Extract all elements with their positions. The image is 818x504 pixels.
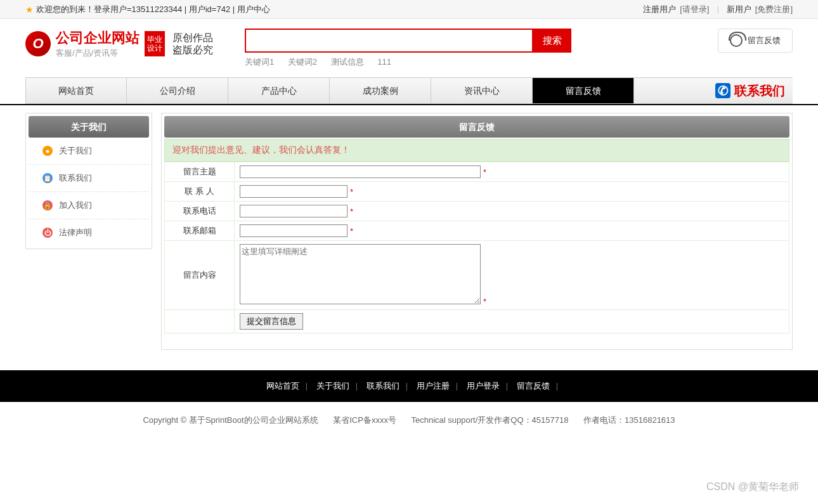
- power-icon: ⏻: [42, 228, 53, 238]
- register-label: 注册用户: [643, 0, 676, 19]
- footer-link[interactable]: 联系我们: [367, 381, 399, 391]
- subject-input[interactable]: [240, 165, 481, 178]
- sidebar-item-join[interactable]: 🔒 加入我们: [29, 192, 149, 219]
- search-input[interactable]: [245, 29, 533, 53]
- required-mark: *: [483, 167, 486, 177]
- search-box: 搜索: [245, 29, 571, 53]
- topbar: ★ 欢迎您的到来！登录用户=13511223344 | 用户id=742 | 用…: [0, 0, 818, 19]
- keyword-link[interactable]: 测试信息: [331, 57, 364, 67]
- phone-icon: ✆: [715, 83, 730, 98]
- logo-area[interactable]: O 公司企业网站 客服/产品/资讯等 毕业 设计 原创作品 盗版必究: [25, 29, 213, 59]
- badge-box: 毕业 设计: [145, 31, 165, 56]
- submit-button[interactable]: 提交留言信息: [240, 313, 303, 330]
- nav-contact[interactable]: ✆ 联系我们: [708, 78, 793, 103]
- required-mark: *: [350, 187, 353, 197]
- script-line2: 盗版必究: [172, 44, 213, 56]
- star-icon: ★: [25, 0, 34, 19]
- nav-about[interactable]: 公司介绍: [127, 78, 228, 103]
- topbar-left: ★ 欢迎您的到来！登录用户=13511223344 | 用户id=742 | 用…: [25, 0, 270, 18]
- copyright-row: Copyright © 基于SprintBoot的公司企业网站系统 某省ICP备…: [0, 402, 818, 439]
- content-panel: 留言反馈 迎对我们提出意见、建议，我们会认真答复！ 留言主题 * 联 系 人 *…: [161, 113, 793, 350]
- free-register-link[interactable]: [免费注册]: [755, 0, 793, 19]
- nav-news[interactable]: 资讯中心: [431, 78, 533, 103]
- main-nav: 网站首页 公司介绍 产品中心 成功案例 资讯中心 留言反馈 ✆ 联系我们: [25, 77, 793, 104]
- body-textarea[interactable]: [240, 244, 481, 304]
- clipboard-icon: 📋: [42, 173, 53, 183]
- sidebar-item-label: 加入我们: [59, 200, 92, 211]
- sidebar-item-label: 关于我们: [59, 145, 92, 157]
- feedback-form: 留言主题 * 联 系 人 * 联系电话 * 联系邮箱 * 留言内容 * 提交留言…: [164, 162, 789, 333]
- label-email: 联系邮箱: [165, 221, 235, 241]
- label-phone: 联系电话: [165, 202, 235, 221]
- keyword-link[interactable]: 111: [377, 57, 391, 67]
- keyword-link[interactable]: 关键词1: [245, 57, 274, 67]
- script-text: 原创作品 盗版必究: [172, 32, 213, 56]
- logo-title: 公司企业网站: [56, 29, 140, 48]
- sidebar-header: 关于我们: [29, 116, 149, 138]
- logo-subtitle: 客服/产品/资讯等: [56, 48, 140, 59]
- main-wrap: 关于我们 ● 关于我们 📋 联系我们 🔒 加入我们 ⏻ 法律声明 留言反馈 迎对…: [0, 104, 818, 358]
- copyright-text: Copyright © 基于SprintBoot的公司企业网站系统: [143, 415, 318, 425]
- sidebar-item-label: 联系我们: [59, 172, 92, 184]
- welcome-text[interactable]: 欢迎您的到来！登录用户=13511223344 | 用户id=742 | 用户中…: [36, 0, 270, 19]
- label-empty: [165, 310, 235, 333]
- label-subject: 留言主题: [165, 162, 235, 182]
- script-line1: 原创作品: [172, 32, 213, 44]
- badge-line1: 毕业: [147, 35, 162, 44]
- label-body: 留言内容: [165, 241, 235, 310]
- footer-link[interactable]: 关于我们: [316, 381, 349, 391]
- nav-home[interactable]: 网站首页: [25, 78, 127, 103]
- footer-link[interactable]: 用户注册: [417, 381, 450, 391]
- login-link[interactable]: [请登录]: [680, 0, 709, 19]
- icp-text: 某省ICP备xxxx号: [333, 415, 396, 425]
- sidebar-item-legal[interactable]: ⏻ 法律声明: [29, 219, 149, 246]
- newuser-label: 新用户: [727, 0, 751, 19]
- keywords-row: 关键词1 关键词2 测试信息 111: [245, 56, 571, 68]
- sidebar-item-contact[interactable]: 📋 联系我们: [29, 165, 149, 192]
- support-text: Technical support/开发作者QQ：45157718: [412, 415, 569, 425]
- feedback-shortcut-button[interactable]: 留言反馈: [718, 29, 793, 53]
- dot-icon: ●: [42, 146, 53, 156]
- logo-icon: O: [25, 31, 51, 56]
- sidebar: 关于我们 ● 关于我们 📋 联系我们 🔒 加入我们 ⏻ 法律声明: [25, 113, 152, 249]
- email-input[interactable]: [240, 224, 347, 237]
- logo-text-block: 公司企业网站 客服/产品/资讯等: [56, 29, 140, 59]
- search-button[interactable]: 搜索: [533, 29, 571, 53]
- author-tel: 作者电话：13516821613: [583, 415, 675, 425]
- nav-cases[interactable]: 成功案例: [330, 78, 431, 103]
- content-header: 留言反馈: [164, 116, 789, 138]
- search-area: 搜索 关键词1 关键词2 测试信息 111: [245, 29, 571, 68]
- footer-nav: 网站首页| 关于我们| 联系我们| 用户注册| 用户登录| 留言反馈|: [0, 370, 818, 402]
- required-mark: *: [350, 207, 353, 216]
- required-mark: *: [483, 297, 486, 306]
- nav-contact-label: 联系我们: [734, 82, 785, 100]
- label-contact: 联 系 人: [165, 182, 235, 202]
- separator: |: [717, 0, 718, 19]
- sidebar-item-about[interactable]: ● 关于我们: [29, 138, 149, 165]
- form-hint: 迎对我们提出意见、建议，我们会认真答复！: [164, 139, 789, 162]
- header: O 公司企业网站 客服/产品/资讯等 毕业 设计 原创作品 盗版必究 搜索 关键…: [0, 19, 818, 77]
- lock-icon: 🔒: [42, 200, 53, 210]
- contact-input[interactable]: [240, 185, 347, 198]
- keyword-link[interactable]: 关键词2: [288, 57, 317, 67]
- sidebar-item-label: 法律声明: [59, 227, 92, 238]
- topbar-right: 注册用户 [请登录] | 新用户 [免费注册]: [643, 0, 793, 18]
- footer-link[interactable]: 网站首页: [266, 381, 299, 391]
- required-mark: *: [350, 226, 353, 236]
- headset-icon: [730, 34, 743, 47]
- footer-link[interactable]: 留言反馈: [517, 381, 550, 391]
- badge-line2: 设计: [147, 44, 162, 53]
- feedback-shortcut-label: 留言反馈: [748, 35, 781, 46]
- footer-link[interactable]: 用户登录: [467, 381, 500, 391]
- nav-products[interactable]: 产品中心: [228, 78, 330, 103]
- phone-input[interactable]: [240, 205, 347, 217]
- nav-feedback[interactable]: 留言反馈: [533, 78, 634, 103]
